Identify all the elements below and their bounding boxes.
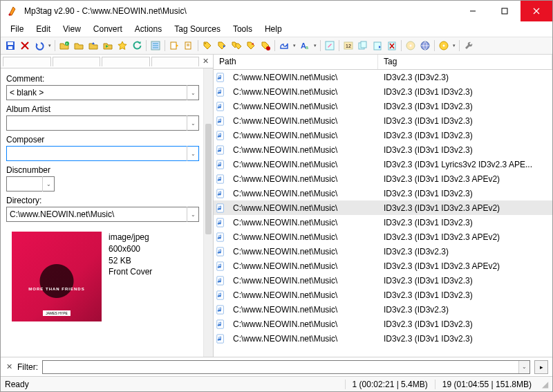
file-row[interactable]: C:\www.NEOWIN.net\Music\ID3v2.3 (ID3v1 L… bbox=[214, 157, 552, 171]
file-row[interactable]: C:\www.NEOWIN.net\Music\ID3v2.3 (ID3v1 I… bbox=[214, 186, 552, 200]
composer-label: Composer bbox=[6, 135, 199, 144]
save-icon[interactable] bbox=[3, 39, 17, 53]
remove-tag-icon[interactable] bbox=[385, 39, 399, 53]
file-row[interactable]: C:\www.NEOWIN.net\Music\ID3v2.3 (ID3v1 I… bbox=[214, 288, 552, 302]
tag-to-tag-icon[interactable] bbox=[229, 39, 243, 53]
refresh-icon[interactable] bbox=[130, 39, 144, 53]
export-icon[interactable] bbox=[167, 39, 181, 53]
file-row[interactable]: C:\www.NEOWIN.net\Music\ID3v2.3 (ID3v2.3… bbox=[214, 244, 552, 259]
quick-action-dropdown-icon[interactable]: ▾ bbox=[312, 43, 318, 48]
text-to-tag-icon[interactable]: a bbox=[244, 39, 258, 53]
panel-scrollbar[interactable] bbox=[203, 68, 213, 357]
resize-grip-icon[interactable]: ◢ bbox=[538, 380, 548, 389]
column-tag[interactable]: Tag bbox=[378, 55, 552, 69]
file-row[interactable]: C:\www.NEOWIN.net\Music\ID3v2.3 (ID3v1 I… bbox=[214, 215, 552, 230]
cell-path: C:\www.NEOWIN.net\Music\ bbox=[227, 305, 378, 315]
column-path[interactable]: Path bbox=[214, 55, 378, 69]
panel-tab[interactable] bbox=[102, 57, 150, 66]
file-row[interactable]: C:\www.NEOWIN.net\Music\ID3v2.3 (ID3v2.3… bbox=[214, 70, 552, 84]
paste-tag-icon[interactable] bbox=[371, 39, 384, 53]
menu-edit[interactable]: Edit bbox=[30, 23, 56, 35]
menu-help[interactable]: Help bbox=[259, 23, 288, 35]
tag-to-filename-icon[interactable] bbox=[200, 39, 214, 53]
cell-tag: ID3v2.3 (ID3v2.3) bbox=[378, 73, 552, 82]
file-list[interactable]: C:\www.NEOWIN.net\Music\ID3v2.3 (ID3v2.3… bbox=[214, 70, 552, 357]
cell-path: C:\www.NEOWIN.net\Music\ bbox=[227, 290, 378, 300]
undo-dropdown-icon[interactable]: ▾ bbox=[47, 43, 53, 48]
file-row[interactable]: C:\www.NEOWIN.net\Music\ID3v2.3 (ID3v1 I… bbox=[214, 200, 552, 215]
filename-to-tag-icon[interactable] bbox=[215, 39, 229, 53]
folder-up-icon[interactable] bbox=[86, 39, 100, 53]
file-row[interactable]: C:\www.NEOWIN.net\Music\ID3v2.3 (ID3v1 I… bbox=[214, 273, 552, 288]
actions-icon[interactable] bbox=[277, 39, 291, 53]
edit-icon[interactable] bbox=[323, 39, 337, 53]
music-file-icon bbox=[214, 87, 227, 97]
menu-tools[interactable]: Tools bbox=[227, 23, 258, 35]
cell-tag: ID3v2.3 (ID3v1 ID3v2.3) bbox=[378, 116, 552, 126]
panel-tab[interactable] bbox=[3, 57, 51, 66]
filter-clear-icon[interactable]: ✕ bbox=[5, 362, 13, 371]
menu-actions[interactable]: Actions bbox=[129, 23, 167, 35]
tag-list-icon[interactable] bbox=[259, 39, 272, 53]
albumartist-input[interactable] bbox=[6, 115, 199, 131]
filter-dropdown-icon[interactable]: ⌄ bbox=[518, 361, 529, 373]
file-row[interactable]: C:\www.NEOWIN.net\Music\ID3v2.3 (ID3v1 I… bbox=[214, 171, 552, 186]
number-icon[interactable]: 12 bbox=[341, 39, 355, 53]
playlist-icon[interactable] bbox=[182, 39, 196, 53]
menu-view[interactable]: View bbox=[57, 23, 86, 35]
file-row[interactable]: C:\www.NEOWIN.net\Music\ID3v2.3 (ID3v1 I… bbox=[214, 230, 552, 244]
cell-tag: ID3v2.3 (ID3v1 ID3v2.3) bbox=[378, 334, 552, 344]
directory-input[interactable] bbox=[6, 207, 199, 222]
file-row[interactable]: C:\www.NEOWIN.net\Music\ID3v2.3 (ID3v1 I… bbox=[214, 84, 552, 99]
extended-tags-icon[interactable] bbox=[149, 39, 162, 53]
tools-icon[interactable] bbox=[462, 39, 476, 53]
menu-tag-sources[interactable]: Tag Sources bbox=[169, 23, 226, 35]
cover-source-icon[interactable] bbox=[437, 39, 451, 53]
folder-play-icon[interactable] bbox=[101, 39, 115, 53]
filter-bar: ✕ Filter: ⌄ ▸ bbox=[1, 357, 552, 376]
file-row[interactable]: C:\www.NEOWIN.net\Music\ID3v2.3 (ID3v1 I… bbox=[214, 317, 552, 331]
disc-icon[interactable] bbox=[404, 39, 418, 53]
dropdown-icon[interactable]: ⌄ bbox=[187, 115, 199, 131]
panel-tab[interactable] bbox=[53, 57, 101, 66]
composer-input[interactable] bbox=[6, 146, 199, 161]
file-row[interactable]: C:\www.NEOWIN.net\Music\ID3v2.3 (ID3v1 I… bbox=[214, 99, 552, 113]
panel-close-icon[interactable]: ✕ bbox=[200, 57, 211, 66]
dropdown-icon[interactable]: ⌄ bbox=[42, 176, 55, 192]
quick-action-icon[interactable]: Aa bbox=[298, 39, 312, 53]
status-ready: Ready bbox=[5, 380, 345, 389]
file-row[interactable]: C:\www.NEOWIN.net\Music\ID3v2.3 (ID3v1 I… bbox=[214, 142, 552, 157]
undo-icon[interactable] bbox=[32, 39, 46, 53]
cell-path: C:\www.NEOWIN.net\Music\ bbox=[227, 218, 378, 227]
file-row[interactable]: C:\www.NEOWIN.net\Music\ID3v2.3 (ID3v1 I… bbox=[214, 113, 552, 128]
menu-file[interactable]: File bbox=[5, 23, 29, 35]
maximize-button[interactable] bbox=[489, 1, 521, 21]
folder-open-icon[interactable] bbox=[72, 39, 86, 53]
close-button[interactable] bbox=[521, 1, 552, 21]
copy-tag-icon[interactable] bbox=[356, 39, 370, 53]
dropdown-icon[interactable]: ⌄ bbox=[187, 207, 199, 222]
folder-add-icon[interactable]: + bbox=[57, 39, 71, 53]
dropdown-icon[interactable]: ⌄ bbox=[187, 146, 199, 161]
album-cover[interactable]: MORE THAN FRIENDS JAMES HYPE bbox=[12, 232, 102, 321]
cell-tag: ID3v2.3 (ID3v2.3) bbox=[378, 305, 552, 315]
web-source-icon[interactable] bbox=[418, 39, 432, 53]
svg-text:a: a bbox=[306, 45, 308, 50]
actions-dropdown-icon[interactable]: ▾ bbox=[292, 43, 297, 48]
favorite-icon[interactable] bbox=[115, 39, 129, 53]
list-header: Path Tag bbox=[214, 55, 552, 70]
menu-convert[interactable]: Convert bbox=[88, 23, 128, 35]
dropdown-icon[interactable]: ⌄ bbox=[187, 85, 199, 100]
file-row[interactable]: C:\www.NEOWIN.net\Music\ID3v2.3 (ID3v1 I… bbox=[214, 128, 552, 142]
filter-input[interactable] bbox=[42, 360, 530, 374]
file-row[interactable]: C:\www.NEOWIN.net\Music\ID3v2.3 (ID3v2.3… bbox=[214, 302, 552, 317]
file-row[interactable]: C:\www.NEOWIN.net\Music\ID3v2.3 (ID3v1 I… bbox=[214, 331, 552, 346]
panel-tab[interactable] bbox=[151, 57, 200, 66]
filter-apply-button[interactable]: ▸ bbox=[534, 360, 548, 374]
file-row[interactable]: C:\www.NEOWIN.net\Music\ID3v2.3 (ID3v1 I… bbox=[214, 259, 552, 273]
delete-icon[interactable] bbox=[18, 39, 32, 53]
minimize-button[interactable] bbox=[457, 1, 489, 21]
cover-dropdown-icon[interactable]: ▾ bbox=[451, 43, 457, 48]
cell-tag: ID3v2.3 (ID3v1 ID3v2.3 APEv2) bbox=[378, 203, 552, 213]
comment-input[interactable] bbox=[6, 85, 199, 100]
